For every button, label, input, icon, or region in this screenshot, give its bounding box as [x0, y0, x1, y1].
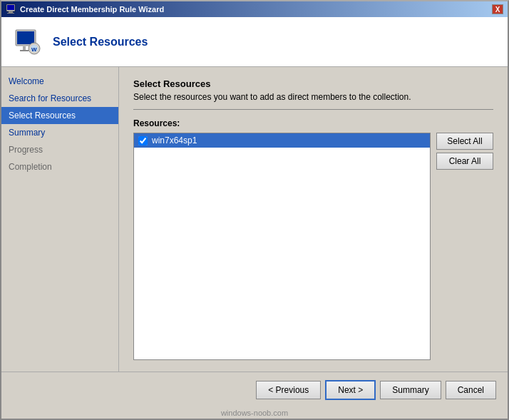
clear-all-button[interactable]: Clear All: [436, 153, 493, 170]
next-button[interactable]: Next >: [325, 380, 376, 400]
svg-rect-3: [7, 13, 14, 14]
svg-rect-1: [7, 5, 14, 10]
svg-rect-7: [20, 50, 29, 51]
resources-list[interactable]: win7x64sp1: [133, 133, 431, 360]
content-title: Select Resources: [133, 78, 493, 89]
header-title: Select Resources: [53, 36, 148, 48]
sidebar-item-search-for-resources[interactable]: Search for Resources: [1, 90, 118, 107]
window-title: Create Direct Membership Rule Wizard: [20, 5, 164, 14]
main-area: Welcome Search for Resources Select Reso…: [1, 67, 508, 372]
resources-label: Resources:: [133, 118, 493, 128]
resources-row: win7x64sp1 Select All Clear All: [133, 133, 493, 360]
sidebar-item-select-resources[interactable]: Select Resources: [1, 107, 118, 124]
svg-text:W: W: [31, 46, 37, 53]
title-bar: Create Direct Membership Rule Wizard X: [1, 1, 508, 17]
content-subtitle: Select the resources you want to add as …: [133, 92, 493, 102]
action-buttons: Select All Clear All: [436, 133, 493, 360]
window-icon: [6, 4, 16, 15]
resource-label: win7x64sp1: [152, 135, 197, 145]
sidebar-item-completion: Completion: [1, 158, 118, 175]
header-panel: W Select Resources: [1, 17, 508, 67]
select-all-button[interactable]: Select All: [436, 133, 493, 150]
summary-button[interactable]: Summary: [380, 381, 441, 399]
sidebar-item-progress: Progress: [1, 141, 118, 158]
resource-checkbox[interactable]: [138, 136, 148, 145]
content-area: Select Resources Select the resources yo…: [119, 67, 508, 372]
footer: < Previous Next > Summary Cancel: [1, 372, 508, 407]
sidebar: Welcome Search for Resources Select Reso…: [1, 67, 119, 372]
sidebar-item-summary[interactable]: Summary: [1, 124, 118, 141]
sidebar-item-welcome[interactable]: Welcome: [1, 73, 118, 90]
watermark: windows-noob.com: [1, 407, 508, 419]
computer-icon: W: [13, 27, 43, 57]
svg-rect-5: [17, 31, 34, 44]
cancel-button[interactable]: Cancel: [446, 381, 496, 399]
previous-button[interactable]: < Previous: [256, 381, 321, 399]
title-bar-left: Create Direct Membership Rule Wizard: [6, 4, 164, 15]
svg-rect-2: [9, 11, 13, 13]
separator: [133, 109, 493, 110]
close-button[interactable]: X: [492, 4, 503, 14]
list-item[interactable]: win7x64sp1: [134, 133, 430, 148]
svg-rect-6: [23, 46, 26, 50]
wizard-window: Create Direct Membership Rule Wizard X W…: [0, 0, 509, 420]
